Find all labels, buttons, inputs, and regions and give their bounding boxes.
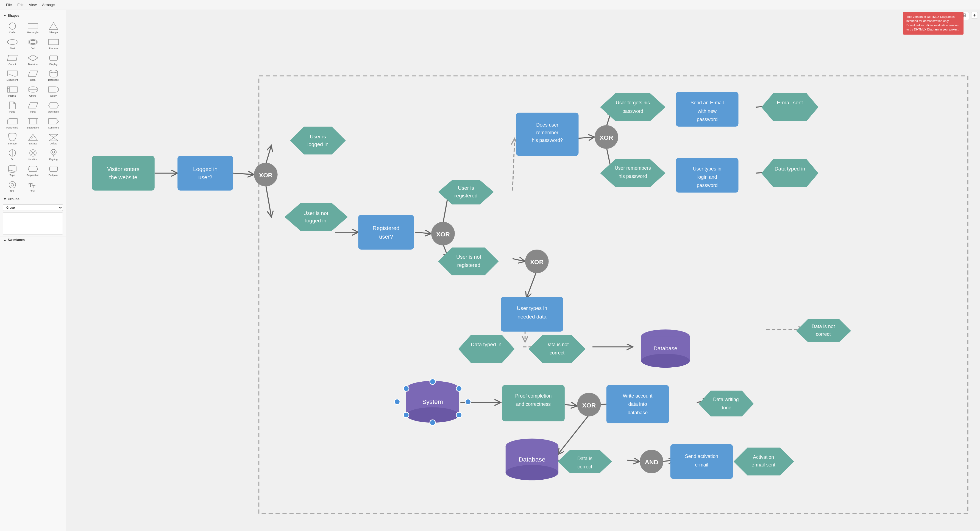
shape-decision-label: Decision	[28, 63, 38, 66]
svg-text:e-mail: e-mail	[695, 462, 708, 467]
svg-marker-88	[285, 203, 348, 231]
shape-tape[interactable]: Tape	[3, 164, 22, 178]
shape-output[interactable]: Output	[3, 53, 22, 67]
svg-text:database: database	[628, 410, 648, 415]
svg-text:E-mail sent: E-mail sent	[777, 100, 803, 105]
shape-document[interactable]: Document	[3, 68, 22, 83]
shape-page[interactable]: Page	[3, 100, 22, 114]
shape-comment[interactable]: Comment	[44, 116, 63, 130]
menu-arrange[interactable]: Arrange	[39, 2, 57, 8]
shape-circle[interactable]: Circle	[3, 21, 22, 35]
svg-marker-156	[699, 391, 754, 417]
svg-rect-11	[7, 87, 17, 92]
shape-offline[interactable]: Offline	[23, 84, 42, 99]
shape-process[interactable]: Process	[44, 37, 63, 51]
shape-input[interactable]: Input	[23, 100, 42, 114]
svg-point-33	[52, 151, 55, 153]
svg-point-180	[395, 399, 400, 404]
shapes-section-header[interactable]: ▼ Shapes	[0, 12, 66, 19]
shape-end-label: End	[30, 47, 35, 50]
svg-text:Write account: Write account	[623, 393, 652, 399]
svg-text:registered: registered	[457, 262, 480, 268]
shape-endpoint[interactable]: Endpoint	[44, 164, 63, 178]
shape-rectangle[interactable]: Rectangle	[23, 21, 42, 35]
svg-marker-18	[7, 119, 17, 124]
junction-icon	[27, 149, 39, 157]
menu-edit[interactable]: Edit	[14, 2, 26, 8]
data-icon	[27, 70, 39, 78]
svg-text:data into: data into	[628, 401, 647, 407]
shape-data[interactable]: Data	[23, 68, 42, 83]
shape-page-label: Page	[10, 110, 15, 113]
shape-display[interactable]: Display	[44, 53, 63, 67]
shape-subroutine[interactable]: Subroutine	[23, 116, 42, 130]
collate-icon	[48, 133, 60, 141]
svg-text:password: password	[622, 108, 643, 114]
groups-label: Groups	[8, 197, 19, 201]
shape-or[interactable]: Or	[3, 148, 22, 162]
svg-marker-24	[49, 134, 58, 138]
svg-text:and correctness: and correctness	[516, 401, 551, 407]
menu-view[interactable]: View	[26, 2, 39, 8]
shape-operation[interactable]: Operation	[44, 100, 63, 114]
shape-delay[interactable]: Delay	[44, 84, 63, 99]
menu-file[interactable]: File	[3, 2, 14, 8]
svg-text:Visitor enters: Visitor enters	[107, 166, 140, 172]
shape-preparation-label: Preparation	[26, 174, 39, 177]
shape-preparation[interactable]: Preparation	[23, 164, 42, 178]
svg-text:Activation: Activation	[753, 455, 774, 460]
svg-text:Database: Database	[519, 456, 545, 463]
svg-marker-8	[28, 55, 38, 61]
swimlanes-section-header[interactable]: ▲ Swimlanes	[0, 236, 66, 243]
group-dropdown[interactable]: Group	[3, 204, 63, 211]
shape-keyring-label: Keyring	[49, 158, 58, 161]
shape-decision[interactable]: Decision	[23, 53, 42, 67]
subroutine-icon	[27, 117, 39, 126]
svg-marker-171	[733, 448, 794, 475]
svg-point-10	[50, 70, 57, 73]
shapes-arrow: ▼	[3, 14, 6, 17]
canvas-area[interactable]: This version of DHTMLX Diagram is intend…	[66, 10, 980, 531]
shape-junction[interactable]: Junction	[23, 148, 42, 162]
operation-icon	[48, 101, 60, 110]
shape-roll[interactable]: Roll	[3, 180, 22, 194]
shape-offline-label: Offline	[29, 94, 37, 97]
shape-punchcard[interactable]: Punchcard	[3, 116, 22, 130]
shape-triangle-label: Triangle	[49, 31, 58, 34]
shape-database-label: Database	[48, 78, 59, 81]
shape-triangle[interactable]: Triangle	[44, 21, 63, 35]
svg-marker-131	[458, 335, 515, 363]
shape-punchcard-label: Punchcard	[6, 126, 18, 129]
diagram-canvas[interactable]: Visitor enters the website Logged in use…	[66, 10, 980, 531]
display-icon	[48, 54, 60, 62]
svg-point-181	[465, 399, 471, 404]
svg-line-68	[565, 404, 578, 406]
document-icon	[6, 70, 18, 78]
shape-end[interactable]: End	[23, 37, 42, 51]
shape-start[interactable]: Start	[3, 37, 22, 51]
svg-text:Data typed in: Data typed in	[471, 342, 501, 347]
svg-rect-41	[964, 14, 966, 15]
svg-marker-99	[438, 247, 498, 275]
shape-text-label: Text	[30, 190, 35, 193]
shape-internal[interactable]: Internal	[3, 84, 22, 99]
svg-rect-1	[28, 23, 38, 29]
shape-database[interactable]: Database	[44, 68, 63, 83]
svg-point-5	[29, 40, 37, 44]
shape-or-label: Or	[11, 158, 14, 161]
shape-text[interactable]: TT Text	[23, 180, 42, 194]
storage-icon	[6, 133, 18, 141]
input-icon	[27, 101, 39, 110]
svg-point-32	[51, 149, 56, 155]
svg-text:Data writing: Data writing	[713, 397, 738, 402]
shape-collate[interactable]: Collate	[44, 132, 63, 146]
shape-keyring[interactable]: Keyring	[44, 148, 63, 162]
delay-icon	[48, 85, 60, 94]
shape-delay-label: Delay	[50, 94, 57, 97]
shape-storage[interactable]: Storage	[3, 132, 22, 146]
plus-button[interactable]: +	[971, 12, 978, 19]
svg-text:AND: AND	[645, 458, 659, 466]
shape-extract[interactable]: Extract	[23, 132, 42, 146]
svg-text:Proof completion: Proof completion	[515, 393, 552, 399]
groups-section-header[interactable]: ▼ Groups	[0, 196, 66, 203]
